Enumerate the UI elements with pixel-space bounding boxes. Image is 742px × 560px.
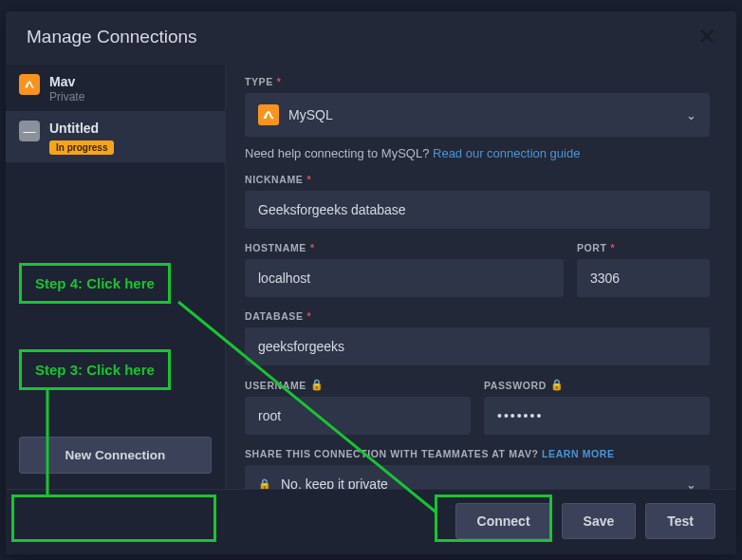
required-marker: * [306, 174, 311, 185]
field-port: PORT* [577, 242, 710, 297]
connection-item-untitled[interactable]: — Untitled In progress [6, 111, 225, 162]
connections-sidebar: Mav Private — Untitled In progress New C… [6, 65, 226, 489]
modal-title: Manage Connections [27, 27, 197, 47]
status-badge: In progress [49, 140, 114, 155]
share-select[interactable]: 🔒 No, keep it private ⌄ [245, 465, 710, 489]
lock-icon: 🔒 [258, 478, 271, 490]
hostname-label: HOSTNAME* [245, 242, 564, 253]
mysql-icon [258, 104, 279, 125]
lock-icon: 🔒 [310, 379, 325, 391]
required-marker: * [277, 76, 282, 87]
new-connection-wrap: New Connection [6, 425, 225, 489]
chevron-down-icon: ⌄ [686, 108, 696, 122]
connection-name: Untitled [49, 121, 114, 137]
hostname-input[interactable] [245, 259, 564, 297]
connection-item-mav[interactable]: Mav Private [6, 65, 225, 111]
database-input[interactable] [245, 327, 710, 365]
required-marker: * [307, 310, 312, 322]
type-label: TYPE* [245, 76, 710, 87]
field-username: USERNAME🔒 [245, 379, 471, 435]
lock-icon: 🔒 [550, 379, 565, 391]
nickname-label: NICKNAME* [245, 174, 710, 185]
modal-header: Manage Connections ✕ [6, 11, 736, 65]
port-input[interactable] [577, 259, 710, 297]
close-icon[interactable]: ✕ [698, 25, 715, 49]
mysql-icon [19, 74, 40, 95]
modal-footer: Connect Save Test [6, 489, 736, 554]
test-button[interactable]: Test [645, 503, 715, 539]
share-value: No, keep it private [281, 476, 388, 489]
manage-connections-modal: Manage Connections ✕ Mav Private — [6, 11, 736, 554]
connection-name: Mav [49, 74, 84, 90]
database-label: DATABASE* [245, 310, 710, 322]
modal-body: Mav Private — Untitled In progress New C… [6, 65, 736, 489]
connection-guide-link[interactable]: Read our connection guide [433, 146, 580, 160]
required-marker: * [611, 242, 616, 253]
connection-text: Mav Private [49, 74, 84, 103]
save-button[interactable]: Save [562, 503, 637, 539]
share-label: SHARE THIS CONNECTION WITH TEAMMATES AT … [245, 448, 710, 459]
nickname-input[interactable] [245, 191, 710, 229]
field-hostname: HOSTNAME* [245, 242, 564, 297]
connection-placeholder-icon: — [19, 121, 40, 141]
chevron-down-icon: ⌄ [686, 477, 696, 490]
field-database: DATABASE* [245, 310, 710, 365]
type-value: MySQL [288, 107, 333, 122]
help-text: Need help connecting to MySQL? Read our … [245, 146, 710, 160]
new-connection-button[interactable]: New Connection [19, 437, 212, 474]
type-select[interactable]: MySQL ⌄ [245, 93, 710, 137]
field-type: TYPE* MySQL ⌄ Need help connecting to My… [245, 76, 710, 160]
field-nickname: NICKNAME* [245, 174, 710, 229]
username-label: USERNAME🔒 [245, 379, 471, 391]
required-marker: * [310, 242, 315, 253]
connection-form: TYPE* MySQL ⌄ Need help connecting to My… [226, 65, 736, 489]
learn-more-link[interactable]: LEARN MORE [542, 448, 615, 459]
port-label: PORT* [577, 242, 710, 253]
field-password: PASSWORD🔒 ••••••• [484, 379, 710, 435]
connection-list: Mav Private — Untitled In progress [6, 65, 225, 425]
connection-subtitle: Private [49, 90, 84, 103]
connect-button[interactable]: Connect [455, 503, 552, 539]
password-input[interactable]: ••••••• [484, 397, 710, 435]
connection-text: Untitled In progress [49, 121, 114, 155]
username-input[interactable] [245, 397, 471, 435]
password-label: PASSWORD🔒 [484, 379, 710, 391]
field-share: SHARE THIS CONNECTION WITH TEAMMATES AT … [245, 448, 710, 489]
